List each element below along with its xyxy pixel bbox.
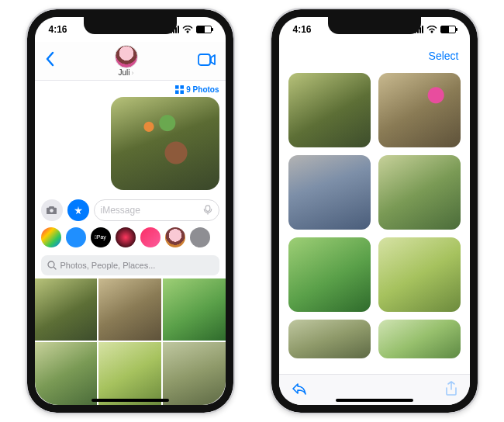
reply-button[interactable] (292, 382, 307, 398)
photo-bubble[interactable] (111, 97, 219, 190)
photo-stack-thumb[interactable] (378, 155, 461, 230)
message-placeholder: iMessage (101, 205, 140, 216)
camera-button[interactable] (41, 199, 63, 221)
photo-stack-thumb[interactable] (378, 320, 461, 358)
photo-stack-count[interactable]: 9 Photos (41, 85, 219, 94)
photo-stack-thumb[interactable] (288, 155, 371, 230)
contact-avatar (115, 45, 138, 68)
facetime-button[interactable] (198, 54, 216, 69)
svg-rect-2 (181, 85, 185, 89)
contact-name: Juli (118, 68, 129, 77)
photos-app[interactable] (41, 227, 61, 247)
conversation-body: 9 Photos (35, 81, 226, 195)
status-time: 4:16 (49, 24, 67, 35)
photo-picker-thumb[interactable] (163, 342, 226, 405)
svg-rect-3 (175, 90, 179, 94)
wifi-icon (426, 26, 437, 33)
home-indicator[interactable] (91, 399, 169, 402)
photo-stack-thumb[interactable] (378, 237, 461, 312)
svg-rect-0 (198, 54, 210, 65)
chevron-right-icon: › (132, 69, 134, 77)
photo-picker-thumb[interactable] (163, 278, 226, 341)
battery-icon (440, 26, 456, 33)
stack-header: Select (279, 42, 470, 70)
select-button[interactable]: Select (429, 50, 459, 62)
photo-picker-grid[interactable] (35, 278, 226, 405)
appstore-app[interactable] (66, 227, 86, 247)
input-row: iMessage (35, 195, 226, 226)
photo-stack-grid[interactable] (288, 73, 461, 358)
fitness-app[interactable] (116, 227, 136, 247)
photo-picker-thumb[interactable] (98, 342, 161, 405)
svg-point-6 (48, 261, 54, 268)
search-placeholder: Photos, People, Places... (60, 261, 156, 270)
battery-icon (196, 26, 212, 33)
music-app[interactable] (140, 227, 161, 247)
phone-messages: 4:16 Juli › (26, 8, 235, 414)
app-drawer-button[interactable] (67, 199, 89, 221)
message-input[interactable]: iMessage (94, 199, 219, 221)
applepay-app[interactable]: Pay (91, 227, 111, 247)
share-button[interactable] (445, 381, 457, 400)
grid-icon (175, 85, 184, 94)
photo-stack-thumb[interactable] (288, 73, 371, 147)
svg-point-5 (50, 209, 54, 213)
svg-rect-1 (175, 85, 179, 89)
wifi-icon (182, 26, 193, 33)
search-icon (47, 261, 57, 270)
photo-picker-thumb[interactable] (35, 342, 98, 405)
photo-picker-thumb[interactable] (35, 278, 98, 341)
photo-picker-thumb[interactable] (98, 278, 161, 341)
svg-rect-4 (181, 90, 185, 94)
more-app[interactable] (190, 227, 210, 247)
contact-chip[interactable]: Juli › (115, 45, 138, 77)
back-button[interactable] (44, 51, 55, 71)
notch (328, 17, 421, 34)
photo-search-input[interactable]: Photos, People, Places... (41, 255, 219, 275)
status-time: 4:16 (293, 24, 312, 35)
photo-stack-thumb[interactable] (378, 73, 461, 147)
imessage-app-strip[interactable]: Pay (35, 226, 226, 252)
phone-photostack: 4:16 Select (270, 8, 479, 414)
photo-stack-thumb[interactable] (288, 237, 371, 312)
home-indicator[interactable] (336, 399, 413, 402)
memoji-app[interactable] (165, 227, 185, 247)
conversation-header: Juli › (35, 42, 226, 81)
notch (84, 17, 177, 34)
photo-stack-thumb[interactable] (288, 320, 371, 358)
dictate-icon[interactable] (203, 203, 212, 217)
